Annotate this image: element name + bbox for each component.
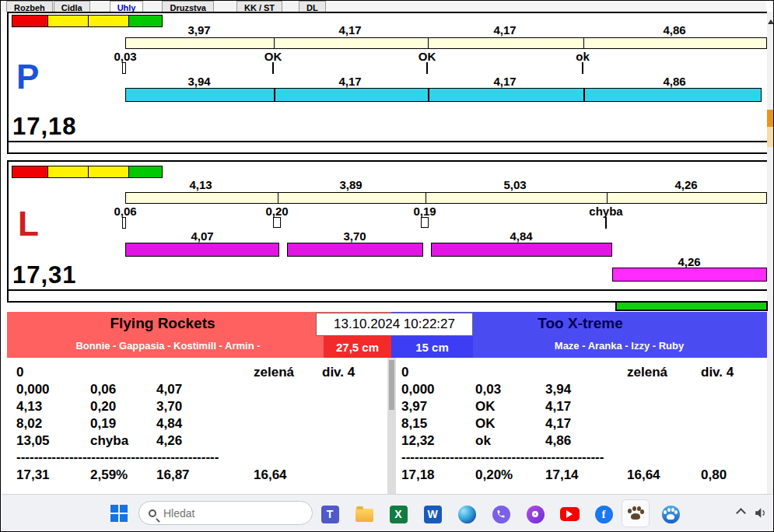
viber-icon[interactable]	[491, 504, 511, 524]
status-green-bar	[615, 301, 768, 311]
word-icon[interactable]: W	[422, 504, 443, 524]
tab-dl[interactable]: DL	[299, 1, 326, 12]
tab-kk-st[interactable]: KK / ST	[236, 1, 282, 12]
light-status: zelená	[254, 365, 294, 380]
total-corrected: 16,87	[156, 467, 190, 483]
light-yellow-icon	[47, 166, 89, 178]
agility-timer-app-icon[interactable]	[622, 499, 650, 527]
run-time: 3,94	[164, 75, 234, 88]
start-tick	[122, 62, 126, 74]
volume-icon[interactable]	[753, 506, 768, 523]
segment-time: 4,86	[639, 23, 709, 37]
excel-icon[interactable]: X	[388, 504, 408, 524]
datetime-display: 13.10.2024 10:22:27	[316, 313, 473, 336]
tab-cidla[interactable]: Cidla	[54, 1, 90, 12]
tab-uhly[interactable]: Uhly	[110, 1, 144, 12]
scrollbar-thumb[interactable]	[389, 360, 394, 410]
table-cell: 4,17	[545, 399, 571, 415]
start-button[interactable]	[110, 505, 128, 522]
gate-mark: OK	[238, 50, 308, 63]
light-yellow-icon	[88, 166, 129, 178]
lane-l-time-bar-last	[612, 268, 767, 282]
run-time: 4,07	[167, 229, 237, 243]
division-label: div. 4	[701, 365, 734, 380]
gate-checkbox[interactable]	[421, 217, 429, 228]
run-time: 4,84	[486, 229, 556, 243]
total-reference: 16,64	[627, 467, 660, 483]
table-cell: 4,26	[156, 433, 182, 449]
table-cell: 4,07	[156, 382, 182, 397]
team-right-members: Maze - Aranka - Izzy - Ruby	[469, 340, 769, 352]
paw-icon	[664, 508, 678, 520]
scale-divider	[607, 193, 608, 203]
table-separator: ----------------------------------------…	[401, 450, 604, 465]
light-yellow-icon	[47, 15, 89, 27]
paw-icon	[627, 506, 644, 521]
run-time: 4,17	[470, 75, 540, 88]
segment-time: 4,17	[315, 23, 385, 37]
edge-icon[interactable]	[457, 504, 477, 524]
table-cell: 4,84	[156, 416, 182, 432]
window-scrollbar[interactable]	[767, 12, 774, 495]
total-reference: 16,64	[254, 467, 287, 483]
lane-p-panel: 3,97 4,17 4,17 4,86 0,03 OK OK ok 3,94 4…	[7, 12, 769, 154]
segment-time: 3,89	[316, 178, 386, 191]
table-cell: 0,19	[90, 416, 116, 432]
gate-tick	[426, 62, 428, 74]
facebook-icon[interactable]: f	[594, 504, 614, 524]
gate-mark: 0,19	[390, 205, 460, 218]
gate-mark: OK	[392, 50, 462, 63]
light-red-icon	[12, 166, 48, 178]
segment-time: 4,17	[470, 23, 540, 37]
left-table-scrollbar[interactable]	[387, 358, 396, 495]
run-time: 4,17	[315, 75, 385, 88]
total-time: 17,31	[16, 467, 50, 483]
tab-rozbeh[interactable]: Rozbeh	[6, 1, 53, 12]
scroll-up-arrow-icon[interactable]	[768, 19, 774, 24]
search-icon	[149, 509, 156, 517]
gate-mark: 0,06	[90, 205, 160, 218]
gate-checkbox[interactable]	[273, 217, 281, 228]
segment-scale-bar	[125, 192, 767, 204]
table-cell: 0,000	[401, 382, 435, 397]
teams-glyph: T	[321, 506, 339, 523]
taskbar-search[interactable]	[138, 501, 313, 525]
background-window-fragment	[767, 127, 774, 147]
scale-divider	[428, 38, 429, 48]
tray-chevron-icon[interactable]	[736, 508, 746, 518]
total-corrected: 17,14	[545, 467, 579, 483]
youtube-icon[interactable]	[559, 504, 580, 524]
ring-icon	[527, 506, 545, 523]
table-cell: 8,15	[401, 416, 427, 432]
tab-bar: Rozbeh Cidla Uhly Druzstva KK / ST DL	[2, 1, 766, 12]
table-cell: 4,17	[545, 416, 571, 432]
lane-p-total: 17,18	[12, 113, 77, 141]
table-cell: 0,20	[90, 399, 116, 415]
purple-app-icon[interactable]	[525, 504, 545, 524]
table-cell: 4,13	[16, 399, 42, 415]
lane-p-time-bar	[125, 88, 762, 102]
edge-swirl-icon	[458, 506, 476, 523]
gate-mark: chyba	[571, 205, 641, 218]
table-cell: 12,32	[401, 433, 435, 449]
table-cell: 3,97	[401, 399, 427, 415]
taskbar: T X W f	[2, 494, 772, 530]
lane-p-lights	[12, 15, 163, 27]
scale-divider	[426, 193, 426, 203]
light-green-icon	[128, 15, 163, 27]
paw-app-icon[interactable]	[660, 504, 681, 524]
tab-druzstva[interactable]: Druzstva	[162, 1, 213, 12]
table-cell: ok	[475, 433, 491, 449]
lane-l-lights	[12, 166, 163, 178]
gate-tick	[582, 62, 583, 74]
facebook-glyph: f	[595, 506, 613, 523]
teams-icon[interactable]: T	[320, 504, 340, 524]
folder-icon	[355, 509, 373, 522]
table-cell: 13,05	[16, 433, 50, 449]
run-time: 3,70	[320, 229, 390, 243]
search-input[interactable]	[163, 507, 280, 520]
light-red-icon	[12, 15, 48, 27]
lane-l-panel: 4,13 3,89 5,03 4,26 0,06 0,20 0,19 chyba…	[7, 160, 769, 303]
gate-mark: ok	[548, 50, 618, 63]
file-explorer-icon[interactable]	[354, 504, 374, 524]
